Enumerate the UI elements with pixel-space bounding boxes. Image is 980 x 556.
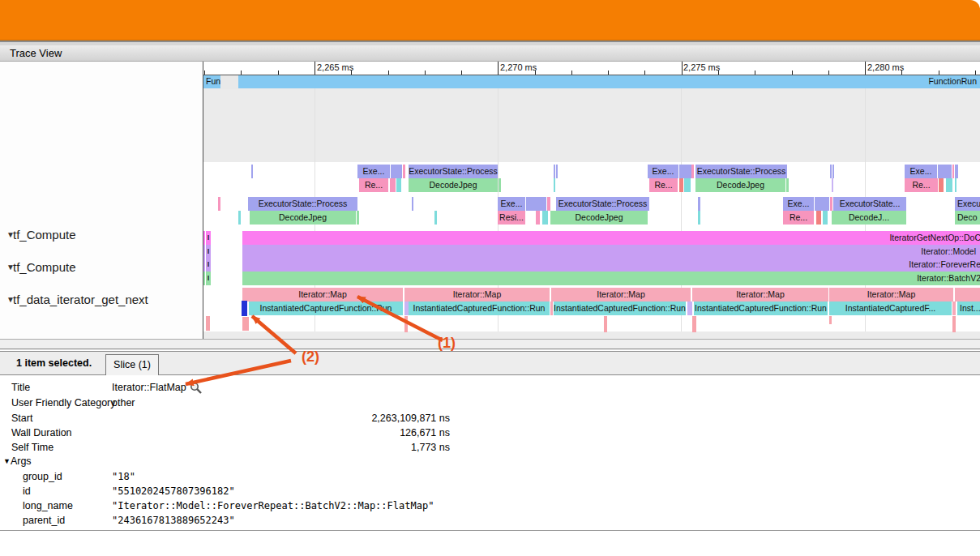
trace-slice[interactable]: DecodeJpeg — [550, 211, 648, 225]
trace-slice[interactable]: Exe... — [905, 165, 937, 178]
trace-slice[interactable] — [526, 197, 546, 211]
trace-slice[interactable]: Re... — [783, 211, 814, 225]
trace-slice[interactable]: Exe... — [498, 197, 525, 211]
trace-slice[interactable]: Iterator::ForeverRe — [242, 259, 980, 272]
trace-slice[interactable] — [390, 178, 396, 192]
trace-slice[interactable]: Iterator::Model — [242, 245, 980, 259]
trace-slice[interactable]: I — [206, 231, 211, 245]
trace-slice[interactable]: Iterator::Map — [692, 288, 828, 302]
trace-slice[interactable] — [952, 302, 956, 315]
trace-slice[interactable]: Resi... — [498, 211, 525, 225]
trace-slice[interactable] — [604, 316, 607, 332]
trace-slice[interactable] — [412, 197, 413, 211]
trace-slice[interactable]: I — [206, 245, 211, 259]
trace-slice[interactable] — [499, 178, 501, 192]
trace-slice[interactable] — [691, 165, 694, 178]
trace-slice[interactable]: Iterator::Map — [404, 288, 550, 302]
trace-slice[interactable]: Fun — [203, 75, 220, 88]
trace-slice[interactable]: I — [206, 272, 211, 285]
trace-slice[interactable] — [550, 302, 553, 315]
trace-slice[interactable]: Re... — [905, 178, 938, 192]
trace-slice[interactable]: I — [206, 259, 211, 272]
trace-slice[interactable] — [554, 165, 555, 178]
track-group-1[interactable]: ▼tf_Compute — [0, 227, 76, 242]
trace-slice[interactable]: InstantiatedCapturedFunction::Run — [694, 302, 828, 315]
trace-slice[interactable] — [832, 165, 834, 178]
trace-slice[interactable] — [203, 259, 205, 272]
collapse-icon[interactable]: ▼ — [3, 457, 11, 465]
trace-slice[interactable] — [396, 178, 401, 192]
trace-slice[interactable]: Exe... — [783, 197, 814, 211]
trace-slice[interactable] — [955, 288, 980, 302]
collapse-icon[interactable]: ▼ — [0, 292, 13, 307]
trace-slice[interactable] — [955, 165, 958, 178]
trace-slice[interactable]: DecodeJpeg — [409, 178, 498, 192]
trace-slice[interactable]: Re... — [359, 178, 388, 192]
trace-slice[interactable] — [684, 178, 691, 192]
trace-slice[interactable] — [952, 316, 956, 332]
trace-slice[interactable] — [403, 165, 405, 178]
trace-slice[interactable] — [404, 316, 408, 332]
trace-slice[interactable] — [242, 317, 249, 331]
trace-slice[interactable]: Execu — [955, 197, 980, 211]
trace-slice[interactable]: DecodeJpeg — [250, 211, 356, 225]
trace-slice[interactable] — [251, 165, 253, 178]
trace-slice[interactable]: Exe... — [648, 165, 678, 178]
trace-slice[interactable]: InstantiatedCapturedFunction::Run — [554, 302, 686, 315]
trace-slice[interactable] — [391, 165, 402, 178]
trace-slice[interactable]: ExecutorState::Process — [248, 197, 357, 211]
trace-slice[interactable] — [816, 211, 821, 225]
trace-slice[interactable] — [829, 316, 832, 324]
trace-slice[interactable]: InstantiatedCapturedF... — [829, 302, 952, 315]
trace-slice[interactable] — [955, 178, 956, 192]
trace-slice[interactable]: Iterator::Map — [829, 288, 953, 302]
trace-slice[interactable] — [203, 231, 205, 245]
trace-slice[interactable]: InstantiatedCapturedFunction::Run — [249, 302, 403, 315]
trace-slice[interactable] — [832, 178, 833, 192]
tab-slice[interactable]: Slice (1) — [105, 354, 159, 375]
search-icon[interactable] — [190, 382, 203, 395]
trace-slice[interactable] — [203, 272, 205, 285]
trace-slice[interactable] — [218, 197, 220, 211]
collapse-icon[interactable]: ▼ — [0, 259, 13, 275]
trace-slice[interactable] — [687, 302, 692, 315]
trace-slice[interactable] — [698, 211, 700, 225]
timeline-canvas[interactable]: 2,265 ms2,270 ms2,275 ms2,280 ms FunFunc… — [203, 62, 980, 339]
trace-slice[interactable] — [786, 178, 789, 192]
trace-slice[interactable] — [556, 165, 558, 178]
trace-slice[interactable]: Iterator::Map — [242, 288, 403, 302]
trace-slice[interactable]: Deco — [955, 211, 980, 225]
trace-slice[interactable] — [692, 316, 696, 332]
trace-slice[interactable] — [679, 178, 683, 192]
collapse-icon[interactable]: ▼ — [0, 227, 13, 242]
trace-slice[interactable]: FunctionRun — [238, 75, 980, 88]
trace-slice[interactable]: Iterator::Map — [551, 288, 691, 302]
trace-slice[interactable]: IteratorGetNextOp::DoC — [242, 231, 980, 245]
trace-slice[interactable] — [830, 165, 832, 178]
trace-slice[interactable]: ExecutorState::Process — [556, 197, 649, 211]
trace-slice[interactable]: ExecutorState... — [833, 197, 906, 211]
trace-slice[interactable] — [830, 197, 832, 211]
trace-slice[interactable] — [698, 197, 700, 211]
trace-slice[interactable]: InstantiatedCapturedFunction::Run — [409, 302, 550, 315]
trace-slice[interactable] — [554, 178, 555, 192]
trace-slice[interactable]: Iterator::BatchV2 — [242, 272, 980, 285]
panel-splitter[interactable] — [0, 339, 980, 352]
trace-slice[interactable] — [203, 245, 205, 259]
trace-slice[interactable] — [946, 178, 952, 192]
track-group-2[interactable]: ▼tf_Compute — [0, 259, 76, 275]
trace-slice[interactable] — [939, 178, 944, 192]
trace-slice[interactable] — [536, 211, 540, 225]
trace-slice[interactable]: Re... — [649, 178, 678, 192]
trace-slice[interactable] — [815, 197, 829, 211]
trace-slice[interactable] — [679, 165, 691, 178]
trace-slice[interactable]: DecodeJpeg — [695, 178, 785, 192]
trace-slice[interactable]: ExecutorState::Process — [409, 165, 498, 178]
trace-slice[interactable] — [823, 211, 828, 225]
trace-slice[interactable] — [542, 211, 548, 225]
trace-slice[interactable] — [238, 211, 241, 225]
timeline-ruler[interactable]: 2,265 ms2,270 ms2,275 ms2,280 ms — [203, 62, 980, 75]
trace-slice[interactable] — [547, 197, 550, 211]
trace-slice[interactable]: DecodeJ... — [832, 211, 906, 225]
trace-slice[interactable] — [952, 165, 954, 178]
